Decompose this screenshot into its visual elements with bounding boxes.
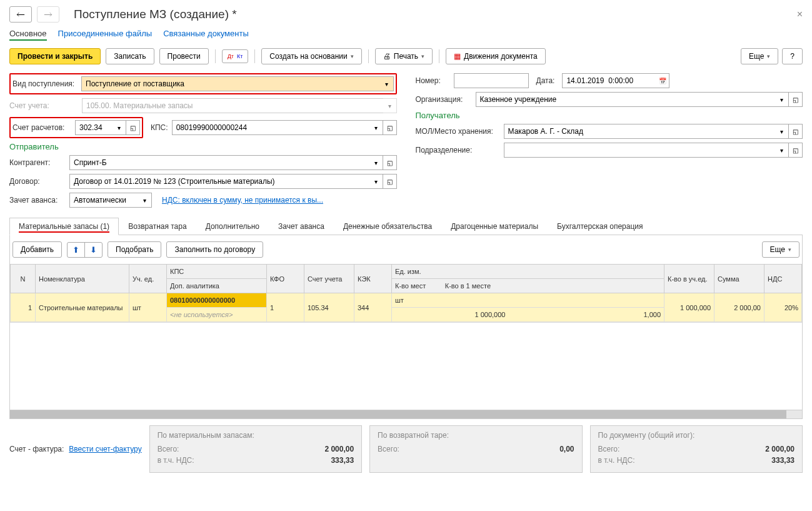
dropdown-button[interactable]: ▾	[775, 143, 789, 158]
cell-kfo[interactable]: 1	[267, 293, 304, 322]
move-down-icon[interactable]: ⬇	[85, 243, 102, 257]
col-account: Счет учета	[304, 265, 354, 293]
document-icon: ▦	[454, 52, 461, 61]
advance-input[interactable]	[69, 193, 138, 208]
open-button[interactable]: ◱	[789, 92, 803, 107]
cell-n: 1	[11, 293, 36, 322]
col-n: N	[11, 265, 36, 293]
dropdown-button[interactable]: ▾	[113, 120, 126, 135]
receipt-type-label: Вид поступления:	[13, 79, 81, 88]
back-button[interactable]: 🡐	[9, 6, 32, 23]
subnav-linked[interactable]: Связанные документы	[163, 29, 249, 41]
receipt-type-input[interactable]	[81, 76, 380, 91]
cell-unit[interactable]: шт	[129, 293, 167, 322]
subnav-main[interactable]: Основное	[9, 29, 47, 41]
dropdown-icon: ▾	[767, 53, 770, 59]
kps-input[interactable]	[172, 120, 369, 135]
col-kfo: КФО	[267, 265, 304, 293]
page-title: Поступление МЗ (создание) *	[74, 8, 237, 21]
dropdown-button[interactable]: ▾	[369, 174, 383, 189]
tab-precious[interactable]: Драгоценные материалы	[441, 218, 548, 235]
invoice-label: Счет - фактура:	[9, 445, 64, 453]
post-button[interactable]: Провести	[159, 48, 209, 64]
dropdown-icon: ▾	[788, 246, 791, 253]
write-button[interactable]: Записать	[106, 48, 154, 64]
cell-nomenclature[interactable]: Строительные материалы	[36, 293, 129, 322]
tab-advance[interactable]: Зачет аванса	[269, 218, 334, 235]
mol-input[interactable]	[504, 124, 776, 139]
col-kps: КПС	[167, 265, 267, 279]
tab-more-button[interactable]: Еще ▾	[762, 241, 799, 258]
create-based-button[interactable]: Создать на основании ▾	[261, 48, 362, 64]
dropdown-button[interactable]: ▾	[775, 92, 789, 107]
move-up-icon[interactable]: ⬆	[68, 243, 85, 257]
horizontal-scrollbar[interactable]	[10, 410, 802, 418]
forward-button[interactable]: 🡒	[37, 6, 59, 23]
contract-label: Договор:	[9, 177, 66, 186]
open-button[interactable]: ◱	[383, 174, 397, 189]
tab-additional[interactable]: Дополнительно	[196, 218, 269, 235]
dt-kt-icon-button[interactable]: ДтКт	[222, 49, 249, 63]
separator	[254, 49, 255, 63]
open-button[interactable]: ◱	[789, 124, 803, 139]
open-button[interactable]: ◱	[383, 120, 397, 135]
dropdown-button[interactable]: ▾	[775, 124, 789, 139]
tab-materials[interactable]: Материальные запасы (1)	[9, 218, 119, 235]
advance-label: Зачет аванса:	[9, 196, 66, 205]
cell-places[interactable]: 1 000,0001,000	[392, 308, 664, 322]
cell-dop[interactable]: <не используется>	[167, 308, 267, 322]
cell-unit-meas[interactable]: шт	[392, 293, 664, 308]
invoice-link[interactable]: Ввести счет-фактуру	[69, 445, 141, 453]
cell-qty[interactable]: 1 000,000	[664, 293, 714, 322]
number-input[interactable]	[454, 73, 529, 88]
open-button[interactable]: ◱	[383, 155, 397, 170]
cell-sum[interactable]: 2 000,00	[714, 293, 764, 322]
col-dop: Доп. аналитика	[167, 279, 267, 293]
date-input[interactable]	[562, 73, 656, 88]
dropdown-icon: ▾	[421, 53, 424, 59]
dropdown-button[interactable]: ▾	[369, 155, 383, 170]
subnav-files[interactable]: Присоединенные файлы	[58, 29, 153, 41]
dropdown-button[interactable]: ▾	[380, 76, 394, 91]
vat-link[interactable]: НДС: включен в сумму, не принимается к в…	[162, 196, 323, 205]
open-button[interactable]: ◱	[126, 120, 140, 135]
printer-icon: 🖨	[383, 52, 391, 61]
contract-input[interactable]	[69, 174, 369, 189]
close-icon[interactable]: ×	[797, 9, 803, 20]
select-button[interactable]: Подобрать	[108, 241, 161, 258]
account-label: Счет учета:	[9, 101, 78, 110]
account-input	[82, 98, 383, 113]
post-close-button[interactable]: Провести и закрыть	[9, 48, 101, 64]
cell-kps[interactable]: 08010000000000000	[167, 293, 267, 308]
col-vat: НДС	[764, 265, 802, 293]
tab-accounting[interactable]: Бухгалтерская операция	[548, 218, 652, 235]
settle-account-label: Счет расчетов:	[13, 123, 75, 132]
dropdown-button[interactable]: ▾	[369, 120, 383, 135]
sender-title: Отправитель	[9, 142, 397, 151]
add-row-button[interactable]: Добавить	[13, 241, 62, 258]
mol-label: МОЛ/Место хранения:	[416, 127, 500, 136]
print-button[interactable]: 🖨 Печать ▾	[375, 48, 433, 64]
help-button[interactable]: ?	[782, 48, 803, 64]
counterparty-input[interactable]	[69, 155, 369, 170]
dropdown-icon: ▾	[351, 53, 354, 59]
cell-kek[interactable]: 344	[354, 293, 392, 322]
table-row[interactable]: 1 Строительные материалы шт 080100000000…	[11, 293, 802, 308]
tab-money[interactable]: Денежные обязательства	[334, 218, 441, 235]
org-input[interactable]	[476, 92, 776, 107]
open-button[interactable]: ◱	[789, 143, 803, 158]
dropdown-button[interactable]: ▾	[138, 193, 152, 208]
col-sum: Сумма	[714, 265, 764, 293]
cell-account[interactable]: 105.34	[304, 293, 354, 322]
tab-returnable[interactable]: Возвратная тара	[119, 218, 196, 235]
number-label: Номер:	[416, 76, 450, 85]
dept-input[interactable]	[504, 143, 776, 158]
more-button[interactable]: Еще ▾	[741, 48, 778, 64]
movements-button[interactable]: ▦ Движения документа	[446, 48, 546, 64]
separator	[368, 49, 369, 63]
col-qty: К-во в уч.ед.	[664, 265, 714, 293]
calendar-icon[interactable]: 📅	[656, 73, 669, 88]
cell-vat[interactable]: 20%	[764, 293, 802, 322]
fill-contract-button[interactable]: Заполнить по договору	[166, 241, 263, 258]
settle-account-input[interactable]	[75, 120, 113, 135]
